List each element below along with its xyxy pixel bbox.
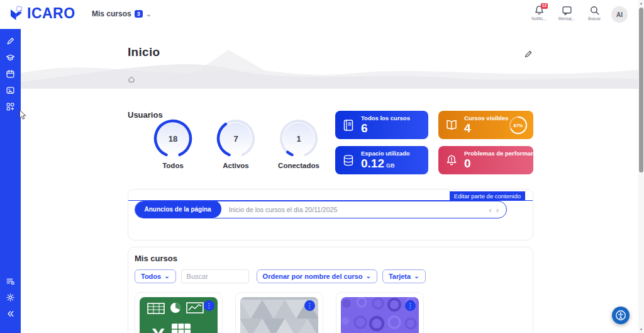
notifications-badge: 12 [541, 3, 548, 9]
my-courses-heading: Mis cursos [135, 254, 526, 263]
chevron-down-icon: ⌄ [366, 273, 371, 279]
my-courses-count-badge: 3 [135, 10, 143, 18]
graduation-cap-icon[interactable] [6, 53, 15, 62]
gauge-conectados: 1 Conectados [273, 118, 325, 169]
sidebar [0, 28, 21, 333]
page-banner: Inicio [21, 29, 644, 89]
gauge-todos-value: 18 [153, 118, 193, 159]
course-card-2[interactable]: ⋮ [235, 292, 323, 333]
search-icon [589, 5, 600, 16]
metric-card-espacio-utilizado[interactable]: Espacio utilizado 0.12GB [335, 146, 428, 174]
list-settings-icon[interactable] [6, 276, 15, 286]
app-screen: ICARO Mis cursos 3 ⌄ 12 Notific... [0, 0, 644, 333]
messages-label: Mensaj... [558, 16, 575, 21]
gauge-todos-label: Todos [162, 162, 184, 169]
notifications-button[interactable]: 12 Notific... [528, 5, 550, 21]
metric-card-todos-los-cursos[interactable]: Todos los cursos 6 [335, 111, 428, 139]
notifications-label: Notific... [531, 16, 546, 21]
blocks-grid-plus-icon[interactable] [6, 102, 15, 111]
course-image-excel: X ⋮ [140, 297, 218, 333]
metric-value: 0 [464, 157, 471, 170]
logo-icon [8, 5, 25, 22]
metric-label: Todos los cursos [361, 115, 410, 122]
metric-unit: GB [386, 163, 395, 169]
course-filters: Todos ⌄ Ordenar por nombre del curso ⌄ T… [135, 269, 526, 283]
course-card-1[interactable]: X ⋮ [135, 292, 223, 333]
top-header: ICARO Mis cursos 3 ⌄ 12 Notific... [0, 0, 644, 29]
metric-value: 6 [361, 122, 368, 135]
page-scrollbar: ▲ ▼ [638, 0, 644, 333]
sort-dropdown[interactable]: Ordenar por nombre del curso ⌄ [257, 269, 377, 283]
prev-announcement-icon[interactable]: ‹ [489, 206, 491, 214]
logo[interactable]: ICARO [8, 5, 75, 22]
announcements-section: Editar parte de contenido Anuncios de la… [128, 189, 533, 240]
alert-bell-icon [445, 154, 458, 167]
course-image-circles: ⋮ [341, 297, 419, 333]
avatar[interactable]: AI [611, 6, 628, 23]
visible-percentage-text: 67% [513, 122, 523, 128]
announcements-bar: Anuncios de la página Inicio de los curs… [135, 201, 507, 218]
gauge-activos-label: Activos [223, 162, 249, 169]
accessibility-icon [615, 310, 626, 321]
search-label: Buscar [588, 16, 601, 21]
edit-content-tooltip: Editar parte de contenido [450, 191, 525, 201]
metric-card-cursos-visibles[interactable]: Cursos visibles 4 67% [438, 111, 533, 139]
visible-percentage-ring: 67% [508, 115, 528, 135]
announcement-message: Inicio de los cursos el día 20/11/2025 [229, 206, 338, 213]
course-search-input[interactable] [181, 269, 249, 283]
nav-my-courses[interactable]: Mis cursos 3 ⌄ [92, 9, 152, 18]
search-button[interactable]: Buscar [584, 5, 605, 21]
chevron-down-icon: ⌄ [146, 11, 152, 18]
view-dropdown[interactable]: Tarjeta ⌄ [382, 269, 426, 283]
chevron-down-icon: ⌄ [414, 273, 419, 279]
open-book-icon [445, 118, 458, 132]
my-courses-section: Mis cursos Todos ⌄ Ordenar por nombre de… [128, 247, 533, 333]
course-menu-button[interactable]: ⋮ [405, 300, 416, 311]
course-cards-row: X ⋮ [135, 292, 526, 333]
metric-cards: Todos los cursos 6 Cursos visibles 4 67% [335, 111, 533, 174]
database-icon [341, 154, 355, 167]
messages-button[interactable]: Mensaj... [556, 5, 577, 21]
announcements-tab[interactable]: Anuncios de la página [135, 201, 221, 218]
book-icon [341, 118, 355, 132]
metric-value: 4 [464, 122, 471, 135]
gauge-todos: 18 Todos [147, 118, 199, 169]
dots-vertical-icon: ⋮ [206, 302, 213, 309]
nav-my-courses-label: Mis cursos [92, 9, 131, 18]
dots-vertical-icon: ⋮ [408, 302, 414, 309]
accessibility-button[interactable] [612, 307, 630, 324]
page-title: Inicio [128, 45, 160, 59]
metric-card-problemas-performance[interactable]: Problemas de performance 0 [438, 146, 533, 174]
edit-page-pencil-icon[interactable] [524, 50, 533, 59]
chevron-down-icon: ⌄ [164, 273, 169, 279]
view-label: Tarjeta [389, 273, 411, 280]
banner-waves [21, 43, 644, 89]
next-announcement-icon[interactable]: › [496, 206, 499, 214]
logo-text: ICARO [27, 5, 75, 22]
scrollbar-thumb[interactable] [639, 8, 643, 172]
header-actions: 12 Notific... Mensaj... Buscar AI [528, 5, 628, 23]
course-menu-button[interactable]: ⋮ [204, 300, 214, 311]
course-card-3[interactable]: ⋮ [336, 292, 424, 333]
filter-all-label: Todos [141, 273, 161, 280]
metric-label: Problemas de performance [464, 150, 527, 157]
dots-vertical-icon: ⋮ [307, 302, 313, 309]
users-gauges: 18 Todos 7 Activos 1 [147, 118, 325, 169]
course-image-poly: ⋮ [240, 297, 318, 333]
calendar-icon[interactable] [6, 69, 15, 79]
metric-value: 0.12 [361, 157, 384, 170]
collapse-sidebar-icon[interactable] [6, 309, 15, 319]
announcement-nav: ‹ › [489, 206, 506, 214]
media-files-icon[interactable] [6, 86, 15, 95]
filter-all-dropdown[interactable]: Todos ⌄ [135, 269, 176, 283]
gear-icon[interactable] [6, 293, 15, 302]
scroll-up-arrow[interactable]: ▲ [638, 1, 644, 5]
course-menu-button[interactable]: ⋮ [304, 300, 315, 311]
gauge-conectados-value: 1 [279, 118, 319, 159]
message-icon [562, 5, 572, 16]
breadcrumb-home-icon[interactable] [128, 76, 135, 83]
edit-pencil-icon[interactable] [6, 37, 15, 46]
sort-label: Ordenar por nombre del curso [263, 273, 363, 280]
gauge-conectados-label: Conectados [278, 162, 319, 169]
scroll-down-arrow[interactable]: ▼ [638, 327, 644, 331]
